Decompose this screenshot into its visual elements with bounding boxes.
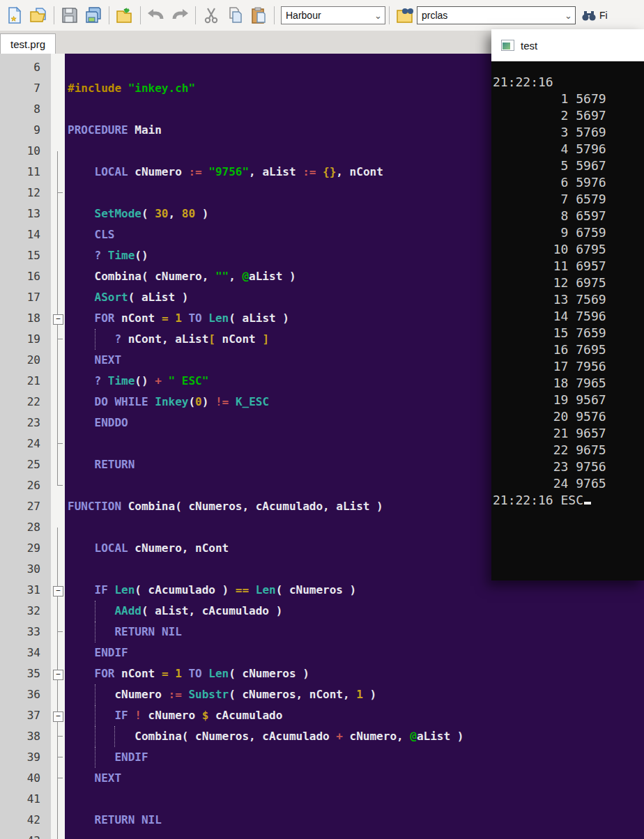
fold-margin-cell — [51, 350, 65, 371]
copy-icon — [226, 6, 244, 24]
line-number: 19 — [0, 329, 51, 350]
fold-margin-cell — [51, 329, 65, 350]
line-number: 7 — [0, 78, 51, 99]
line-number: 18 — [0, 308, 51, 329]
open-project-button[interactable] — [114, 4, 136, 26]
fold-margin-cell — [51, 642, 65, 663]
code-line-row: 34 ENDIF — [0, 642, 644, 663]
line-number: 6 — [0, 57, 51, 78]
search-combobox[interactable]: prclas ⌄ — [417, 6, 576, 24]
code-line-text[interactable]: Combina( cNumeros, cAcumulado + cNumero,… — [65, 726, 644, 747]
fold-toggle-icon[interactable] — [51, 580, 65, 601]
line-number: 26 — [0, 475, 51, 496]
line-number: 25 — [0, 454, 51, 475]
line-number: 21 — [0, 371, 51, 392]
tab-test-prg[interactable]: test.prg — [0, 33, 56, 54]
fold-margin-cell — [51, 684, 65, 705]
find-button[interactable]: Fi — [581, 9, 608, 22]
fold-margin-cell — [51, 141, 65, 162]
indent-guide — [95, 601, 95, 622]
fold-margin-cell — [51, 768, 65, 789]
fold-toggle-icon[interactable] — [51, 663, 65, 684]
code-line-text[interactable]: AAdd( aList, cAcumulado ) — [65, 601, 644, 622]
copy-button[interactable] — [224, 4, 246, 26]
code-line-row: 33 RETURN NIL — [0, 622, 644, 642]
paste-icon — [250, 6, 268, 24]
code-line-text[interactable]: IF Len( cAcumulado ) == Len( cNumeros ) — [65, 580, 644, 601]
indent-guide — [95, 329, 95, 350]
fold-margin-cell — [51, 726, 65, 747]
new-file-button[interactable] — [3, 4, 26, 26]
console-output: 21:22:16 1 5679 2 5697 3 5769 4 5796 5 5… — [491, 61, 644, 580]
fold-margin-cell — [51, 789, 65, 810]
code-line-text[interactable] — [65, 831, 644, 839]
code-line-text[interactable]: ENDIF — [65, 747, 644, 768]
indent-guide — [95, 747, 95, 768]
save-icon — [61, 6, 79, 24]
ide-window: Harbour ⌄ prclas ⌄ Fi — [0, 0, 644, 839]
fold-toggle-icon[interactable] — [51, 705, 65, 726]
toolbar-separator — [109, 6, 109, 24]
console-title: test — [521, 40, 537, 52]
toolbar-separator — [195, 6, 196, 24]
line-number: 12 — [0, 183, 51, 203]
line-number: 16 — [0, 266, 51, 287]
code-line-row: 40 NEXT — [0, 768, 644, 789]
fold-toggle-icon[interactable] — [51, 308, 65, 329]
code-line-text[interactable]: cNumero := Substr( cNumeros, nCont, 1 ) — [65, 684, 644, 705]
line-number: 15 — [0, 245, 51, 266]
chevron-down-icon: ⌄ — [374, 10, 382, 21]
find-button-label: Fi — [599, 10, 608, 21]
line-number: 14 — [0, 224, 51, 245]
code-line-text[interactable]: NEXT — [65, 768, 644, 789]
line-number: 29 — [0, 538, 51, 559]
fold-margin-cell — [51, 224, 65, 245]
toolbar-separator — [54, 6, 54, 24]
line-number: 43 — [0, 831, 51, 839]
cut-button[interactable] — [200, 4, 222, 26]
code-line-text[interactable]: FOR nCont = 1 TO Len( cNumeros ) — [65, 663, 644, 684]
fold-margin-cell — [51, 622, 65, 642]
line-number: 27 — [0, 496, 51, 517]
search-combobox-value: prclas — [422, 10, 447, 21]
compiler-select[interactable]: Harbour ⌄ — [281, 6, 385, 24]
undo-button[interactable] — [145, 4, 167, 26]
indent-guide — [95, 726, 95, 747]
fold-margin-cell — [51, 371, 65, 392]
line-number: 39 — [0, 747, 51, 768]
open-file-button[interactable] — [27, 4, 49, 26]
save-all-button[interactable] — [82, 4, 105, 26]
line-number: 20 — [0, 350, 51, 371]
open-project-icon — [116, 6, 134, 24]
code-line-text[interactable]: RETURN NIL — [65, 810, 644, 831]
fold-margin-cell — [51, 475, 65, 496]
indent-guide — [95, 622, 95, 642]
line-number: 41 — [0, 789, 51, 810]
redo-button[interactable] — [169, 4, 191, 26]
code-line-row: 31 IF Len( cAcumulado ) == Len( cNumeros… — [0, 580, 644, 601]
fold-margin-cell — [51, 831, 65, 839]
indent-guide — [95, 705, 95, 726]
fold-margin-cell — [51, 183, 65, 203]
code-line-text[interactable] — [65, 789, 644, 810]
save-button[interactable] — [59, 4, 81, 26]
fold-margin-cell — [51, 392, 65, 413]
toolbar-separator — [389, 6, 390, 24]
code-line-row: 43 — [0, 831, 644, 839]
code-line-text[interactable]: IF ! cNumero $ cAcumulado — [65, 705, 644, 726]
find-in-files-button[interactable] — [394, 4, 416, 26]
line-number: 32 — [0, 601, 51, 622]
fold-margin-cell — [51, 601, 65, 622]
console-title-bar[interactable]: test — [491, 29, 644, 61]
line-number: 42 — [0, 810, 51, 831]
code-line-text[interactable]: ENDIF — [65, 642, 644, 663]
line-number: 8 — [0, 99, 51, 120]
find-binoculars-icon — [581, 9, 597, 22]
line-number: 23 — [0, 413, 51, 433]
code-line-text[interactable]: RETURN NIL — [65, 622, 644, 642]
paste-button[interactable] — [247, 4, 270, 26]
new-file-icon — [6, 6, 24, 24]
code-line-row: 42 RETURN NIL — [0, 810, 644, 831]
fold-margin-cell — [51, 747, 65, 768]
open-file-icon — [29, 6, 47, 24]
